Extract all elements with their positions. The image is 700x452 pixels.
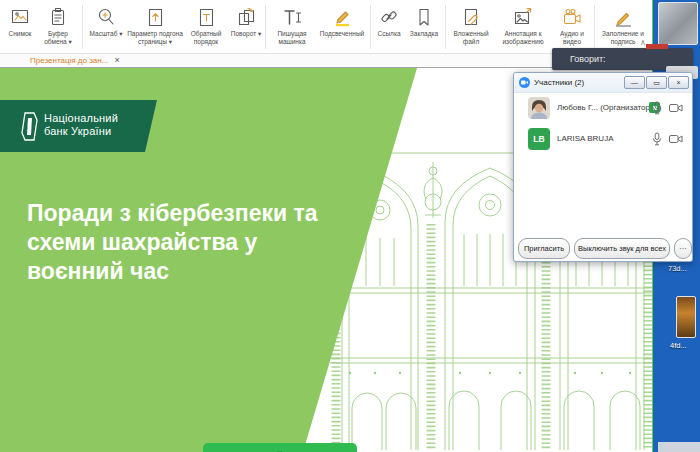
toolbar-separator [445,5,446,49]
toolbar-separator [370,5,371,49]
link-icon [378,5,400,29]
fill-sign-icon [612,5,634,29]
participant-name: LARISA BRUJA [557,134,613,143]
snapshot-button[interactable]: Снимок [4,3,36,38]
rotate-button[interactable]: Поворот ▾ [229,3,263,38]
zoom-button[interactable]: Масштаб ▾ [85,3,127,38]
camera-icon[interactable] [669,103,683,113]
audio-video-button[interactable]: Аудио и видео [552,3,592,45]
zoom-magnifier-icon [95,5,117,29]
rotate-icon [235,5,257,29]
nbu-logo-line2: банк України [44,125,118,138]
fit-page-button[interactable]: Параметр подгона страницы ▾ [127,3,183,45]
nbu-logo-icon [21,112,38,141]
close-button[interactable]: × [668,76,689,89]
recording-indicator [646,44,668,49]
screen: мент (№... 73d... 4fd... Снимок Буфер об… [0,0,700,452]
participant-avatar-initials: LB [528,128,550,150]
toolbar-separator [265,5,266,49]
bookmark-icon [413,5,435,29]
zoom-app-icon [519,77,530,88]
pdf-toolbar: Снимок Буфер обмена ▾ Масштаб ▾ Параметр… [0,0,652,54]
desktop-icon-label[interactable]: 4fd... [670,341,687,350]
fit-page-icon [144,5,166,29]
desktop-icon-label[interactable]: 73d... [668,264,687,273]
slide-bottom-button[interactable]: ∨ [203,443,357,452]
link-button[interactable]: Ссылка [373,3,405,38]
nbu-logo-banner: Національний банк України [0,100,157,152]
participant-row[interactable]: LB LARISA BRUJA [514,128,692,154]
minimize-button[interactable]: — [624,76,645,89]
mic-icon[interactable] [652,132,662,146]
toolbar-separator [594,5,595,49]
reverse-order-button[interactable]: Обратный порядок [183,3,229,45]
restore-button[interactable]: ▭ [646,76,667,89]
tab-close-icon[interactable]: × [114,56,119,65]
speaking-label: Говорит: [570,54,606,64]
bookmark-button[interactable]: Закладка [405,3,443,38]
attachment-button[interactable]: Вложенный файл [448,3,494,45]
document-tab[interactable]: Презентація до зан... × [30,56,120,65]
nbu-logo-text: Національний банк України [44,112,118,138]
image-annotation-button[interactable]: Аннотация к изображению [494,3,552,45]
participants-panel-title: Участники (2) [534,78,584,87]
more-options-button[interactable]: ··· [674,238,692,259]
camera-icon[interactable] [669,134,683,144]
toolbar-separator [82,5,83,49]
toolbar-collapse-chevron-icon[interactable]: ∧ [640,38,646,47]
highlight-icon [331,5,353,29]
clipboard-icon [47,5,69,29]
image-annotation-icon [512,5,534,29]
invite-button[interactable]: Пригласить [518,238,570,259]
participant-avatar [528,97,550,119]
zoom-participants-panel: Участники (2) — ▭ × Любовь Г... (Организ… [513,72,693,262]
clipboard-button[interactable]: Буфер обмена ▾ [36,3,80,45]
reverse-order-icon [195,5,217,29]
background-window-fragment [658,442,700,452]
slide-title: Поради з кібербезпеки та схеми шахрайств… [27,199,318,286]
tab-title: Презентація до зан... [30,56,108,65]
participant-name: Любовь Г... (Организатор, я) [557,103,661,112]
highlight-button[interactable]: Подсвеченный [316,3,368,38]
audio-video-icon [561,5,583,29]
typewriter-icon [281,5,303,29]
snapshot-icon [9,5,31,29]
typewriter-button[interactable]: Пишущая машинка [268,3,316,45]
mic-icon[interactable] [652,101,662,115]
attachment-icon [460,5,482,29]
nbu-logo-line1: Національний [44,112,118,125]
participants-panel-titlebar[interactable]: Участники (2) — ▭ × [514,73,692,93]
desktop-icon-thumbnail[interactable] [658,2,698,45]
mute-all-button[interactable]: Выключить звук для всех [574,238,670,259]
participant-row[interactable]: Любовь Г... (Организатор, я) [514,97,692,123]
desktop-icon-thumbnail[interactable] [676,296,696,338]
